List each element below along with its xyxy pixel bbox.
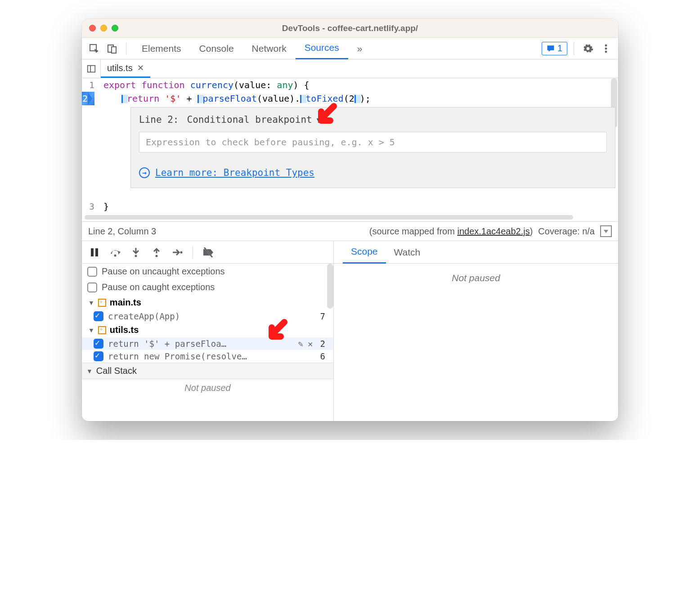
svg-point-12 bbox=[180, 251, 183, 253]
minimize-window-icon[interactable] bbox=[100, 25, 107, 31]
device-toggle-icon[interactable] bbox=[104, 41, 120, 56]
tab-scope[interactable]: Scope bbox=[343, 241, 386, 264]
tab-console[interactable]: Console bbox=[190, 38, 243, 59]
checkbox-checked-icon[interactable] bbox=[94, 351, 103, 361]
scope-body: Not paused bbox=[334, 264, 618, 421]
navigator-toggle-icon[interactable] bbox=[82, 59, 101, 78]
svg-point-3 bbox=[605, 45, 607, 46]
editor-hscroll[interactable] bbox=[82, 213, 618, 221]
breakpoint-row[interactable]: createApp(App) 7 bbox=[82, 310, 333, 323]
gear-icon[interactable] bbox=[580, 41, 596, 56]
source-map-link[interactable]: index.1ac4eab2.js bbox=[457, 226, 529, 236]
chevron-down-icon: ▼ bbox=[88, 327, 94, 334]
svg-rect-2 bbox=[112, 47, 116, 53]
editor-area: 1 2 3 export function currency(value: an… bbox=[82, 78, 618, 213]
breakpoint-type-dropdown[interactable]: Conditional breakpoint ▼ bbox=[187, 113, 321, 126]
line-number-3[interactable]: 3 bbox=[82, 200, 94, 213]
close-window-icon[interactable] bbox=[89, 25, 96, 31]
file-tabbar: utils.ts ✕ bbox=[82, 59, 618, 78]
file-tab-label: utils.ts bbox=[107, 63, 133, 73]
separator bbox=[126, 42, 126, 55]
step-out-icon[interactable] bbox=[148, 243, 166, 261]
kebab-menu-icon[interactable] bbox=[598, 41, 614, 56]
svg-point-5 bbox=[605, 51, 607, 53]
source-map-info: (source mapped from index.1ac4eab2.js) bbox=[369, 226, 533, 237]
code-line-2: return '$' + parseFloat(value).toFixed(2… bbox=[103, 92, 618, 105]
inspect-icon[interactable] bbox=[86, 41, 102, 56]
arrow-circle-icon bbox=[139, 167, 150, 178]
scope-watch-tabs: Scope Watch bbox=[334, 241, 618, 264]
gutter[interactable]: 1 2 3 bbox=[82, 78, 98, 213]
svg-rect-8 bbox=[95, 248, 98, 256]
devtools-window: DevTools - coffee-cart.netlify.app/ Elem… bbox=[82, 19, 618, 421]
code-line-1: export function currency(value: any) { bbox=[103, 78, 618, 92]
issues-count: 1 bbox=[557, 43, 562, 54]
svg-point-11 bbox=[156, 255, 158, 257]
scope-not-paused: Not paused bbox=[452, 273, 500, 283]
breakpoint-row-hover[interactable]: return '$' + parseFloa… ✎ ✕ 2 bbox=[82, 337, 333, 350]
panel-tabs: Elements Console Network Sources » bbox=[133, 38, 371, 59]
separator bbox=[574, 42, 574, 55]
line-number-2-breakpoint[interactable]: 2 bbox=[82, 92, 94, 105]
separator bbox=[193, 246, 193, 259]
titlebar: DevTools - coffee-cart.netlify.app/ bbox=[82, 19, 618, 38]
learn-more-link[interactable]: Learn more: Breakpoint Types bbox=[155, 166, 314, 179]
breakpoint-dialog-header: Line 2: Conditional breakpoint ▼ bbox=[139, 113, 607, 126]
learn-more-row: Learn more: Breakpoint Types bbox=[139, 166, 607, 179]
file-group-utils[interactable]: ▼ utils.ts bbox=[82, 323, 333, 337]
issues-badge[interactable]: 1 bbox=[542, 42, 567, 55]
line-number-1[interactable]: 1 bbox=[82, 78, 94, 92]
cursor-position: Line 2, Column 3 bbox=[88, 226, 156, 237]
breakpoint-row[interactable]: return new Promise(resolve… 6 bbox=[82, 350, 333, 363]
code-editor[interactable]: 1 2 3 export function currency(value: an… bbox=[82, 78, 618, 213]
close-tab-icon[interactable]: ✕ bbox=[137, 63, 144, 73]
window-controls bbox=[89, 25, 118, 31]
pause-icon[interactable] bbox=[85, 243, 103, 261]
step-icon[interactable] bbox=[168, 243, 186, 261]
pause-uncaught-row[interactable]: Pause on uncaught exceptions bbox=[82, 264, 333, 279]
tab-network[interactable]: Network bbox=[243, 38, 296, 59]
more-tabs-icon[interactable]: » bbox=[348, 38, 372, 59]
svg-point-10 bbox=[135, 255, 137, 257]
checkbox-checked-icon[interactable] bbox=[94, 311, 103, 321]
expand-panel-icon[interactable] bbox=[600, 225, 612, 237]
checkbox-checked-icon[interactable] bbox=[94, 339, 103, 349]
main-toolbar: Elements Console Network Sources » 1 bbox=[82, 38, 618, 59]
remove-breakpoint-icon[interactable]: ✕ bbox=[308, 339, 313, 349]
tab-elements[interactable]: Elements bbox=[133, 38, 190, 59]
step-over-icon[interactable] bbox=[106, 243, 124, 261]
chevron-down-icon: ▼ bbox=[88, 299, 94, 306]
file-tab-utils[interactable]: utils.ts ✕ bbox=[101, 59, 150, 78]
deactivate-breakpoints-icon[interactable] bbox=[199, 243, 217, 261]
breakpoint-condition-input[interactable] bbox=[139, 132, 607, 152]
file-icon bbox=[98, 326, 106, 334]
tab-watch[interactable]: Watch bbox=[386, 241, 429, 264]
breakpoint-line-label: Line 2: bbox=[139, 113, 179, 126]
chevron-down-icon: ▼ bbox=[317, 113, 320, 126]
chevron-down-icon: ▼ bbox=[86, 368, 93, 375]
file-group-main[interactable]: ▼ main.ts bbox=[82, 295, 333, 310]
step-into-icon[interactable] bbox=[127, 243, 145, 261]
checkbox-icon[interactable] bbox=[87, 283, 97, 292]
coverage-info: Coverage: n/a bbox=[538, 226, 595, 237]
status-bar: Line 2, Column 3 (source mapped from ind… bbox=[82, 221, 618, 241]
svg-rect-6 bbox=[87, 65, 95, 72]
checkbox-icon[interactable] bbox=[87, 267, 97, 277]
code-body[interactable]: export function currency(value: any) { r… bbox=[98, 78, 618, 213]
breakpoints-panel: Pause on uncaught exceptions Pause on ca… bbox=[82, 264, 333, 421]
call-stack-header[interactable]: ▼ Call Stack bbox=[82, 363, 333, 379]
edit-breakpoint-icon[interactable]: ✎ bbox=[298, 339, 303, 349]
debugger-right-pane: Scope Watch Not paused bbox=[334, 241, 618, 421]
file-icon bbox=[98, 299, 106, 307]
debugger-toolbar bbox=[82, 241, 333, 264]
svg-rect-7 bbox=[91, 248, 94, 256]
window-title: DevTools - coffee-cart.netlify.app/ bbox=[82, 23, 618, 33]
svg-point-9 bbox=[114, 254, 117, 256]
debugger-lower: Pause on uncaught exceptions Pause on ca… bbox=[82, 241, 618, 421]
pause-caught-row[interactable]: Pause on caught exceptions bbox=[82, 279, 333, 295]
code-line-3: } bbox=[103, 200, 618, 213]
tab-sources[interactable]: Sources bbox=[296, 38, 348, 59]
call-stack-not-paused: Not paused bbox=[82, 379, 333, 397]
maximize-window-icon[interactable] bbox=[112, 25, 118, 31]
svg-point-4 bbox=[605, 48, 607, 49]
